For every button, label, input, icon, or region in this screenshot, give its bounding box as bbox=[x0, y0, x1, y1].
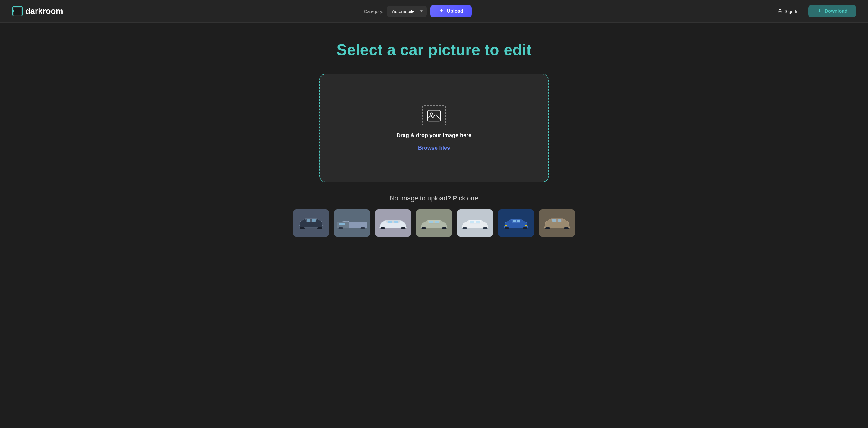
svg-rect-4 bbox=[428, 110, 440, 121]
svg-rect-33 bbox=[504, 227, 509, 230]
image-placeholder-icon bbox=[422, 105, 446, 126]
page-title: Select a car picture to edit bbox=[336, 41, 531, 59]
logo-area: darkroom bbox=[12, 6, 63, 17]
svg-rect-29 bbox=[483, 227, 488, 230]
upload-button[interactable]: Upload bbox=[430, 5, 471, 18]
svg-rect-35 bbox=[513, 220, 516, 222]
signin-button[interactable]: Sign In bbox=[772, 5, 804, 17]
svg-rect-43 bbox=[558, 219, 561, 221]
category-dropdown-wrapper[interactable]: Automobile Truck SUV Motorcycle Van ▼ bbox=[387, 6, 427, 17]
sample-image-1[interactable] bbox=[293, 210, 329, 237]
sample-section: No image to upload? Pick one bbox=[12, 194, 856, 237]
svg-rect-40 bbox=[545, 227, 550, 230]
svg-rect-28 bbox=[462, 227, 467, 230]
svg-rect-7 bbox=[300, 227, 305, 230]
svg-rect-23 bbox=[421, 227, 426, 230]
sample-title: No image to upload? Pick one bbox=[390, 194, 478, 202]
navbar-center: Category: Automobile Truck SUV Motorcycl… bbox=[364, 5, 471, 18]
svg-rect-19 bbox=[401, 227, 406, 230]
navbar: darkroom Category: Automobile Truck SUV … bbox=[0, 0, 868, 23]
sample-image-7[interactable] bbox=[539, 210, 575, 237]
svg-rect-8 bbox=[317, 227, 322, 230]
category-label: Category: bbox=[364, 9, 383, 14]
sample-image-3[interactable] bbox=[375, 210, 411, 237]
svg-rect-9 bbox=[307, 219, 310, 221]
svg-rect-1 bbox=[14, 7, 21, 15]
download-label: Download bbox=[825, 8, 847, 14]
svg-rect-36 bbox=[517, 220, 520, 222]
signin-label: Sign In bbox=[784, 9, 799, 14]
svg-rect-20 bbox=[388, 221, 392, 223]
svg-point-5 bbox=[430, 113, 433, 116]
svg-rect-37 bbox=[504, 224, 507, 226]
drag-drop-text: Drag & drop your image here bbox=[397, 132, 471, 139]
sample-image-6[interactable] bbox=[498, 210, 534, 237]
svg-rect-34 bbox=[523, 227, 527, 230]
svg-rect-26 bbox=[435, 221, 439, 223]
category-select[interactable]: Automobile Truck SUV Motorcycle Van bbox=[387, 6, 427, 17]
svg-rect-10 bbox=[312, 219, 315, 221]
navbar-right: Sign In Download bbox=[772, 5, 856, 18]
svg-rect-18 bbox=[380, 227, 385, 230]
svg-rect-13 bbox=[338, 227, 343, 230]
user-icon bbox=[777, 8, 783, 14]
svg-rect-2 bbox=[13, 10, 14, 12]
upload-label: Upload bbox=[447, 8, 463, 14]
svg-rect-38 bbox=[525, 224, 527, 226]
download-button[interactable]: Download bbox=[808, 5, 856, 18]
main-content: Select a car picture to edit Drag & drop… bbox=[0, 23, 868, 249]
sample-images-row bbox=[293, 210, 575, 237]
svg-point-3 bbox=[779, 9, 781, 11]
logo-text: darkroom bbox=[25, 6, 63, 16]
sample-image-2[interactable] bbox=[334, 210, 370, 237]
svg-rect-42 bbox=[553, 219, 556, 221]
sample-image-4[interactable] bbox=[416, 210, 452, 237]
sample-image-5[interactable] bbox=[457, 210, 493, 237]
svg-rect-41 bbox=[564, 227, 569, 230]
download-icon bbox=[817, 8, 822, 14]
logo-icon bbox=[12, 6, 23, 17]
svg-rect-30 bbox=[470, 221, 474, 223]
svg-rect-31 bbox=[476, 221, 480, 223]
browse-files-link[interactable]: Browse files bbox=[418, 145, 450, 151]
upload-icon bbox=[439, 8, 444, 14]
svg-rect-24 bbox=[442, 227, 447, 230]
svg-rect-16 bbox=[342, 223, 345, 225]
drop-zone[interactable]: Drag & drop your image here Browse files bbox=[319, 74, 549, 182]
svg-rect-21 bbox=[394, 221, 398, 223]
svg-rect-14 bbox=[361, 227, 365, 230]
svg-rect-15 bbox=[339, 223, 342, 225]
svg-rect-25 bbox=[429, 221, 433, 223]
